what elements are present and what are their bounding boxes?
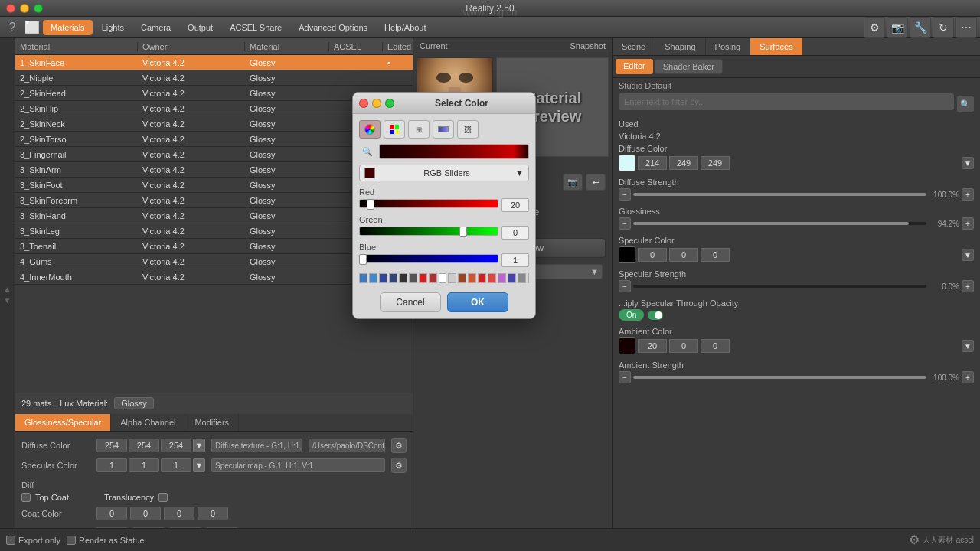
preview-back-btn[interactable]: ↩ <box>586 174 606 191</box>
dtab-swatches[interactable] <box>384 120 405 139</box>
color-swatch-item[interactable] <box>439 273 447 283</box>
color-swatch-wide[interactable] <box>528 273 529 283</box>
tab-scene[interactable]: Scene <box>612 38 655 55</box>
color-swatch-item[interactable] <box>488 273 496 283</box>
rsb-diffuse-g[interactable]: 249 <box>669 156 698 170</box>
specular-dropdown[interactable]: ▼ <box>193 458 205 472</box>
color-swatch-item[interactable] <box>478 273 486 283</box>
glossiness-minus[interactable]: − <box>619 217 631 230</box>
nav-down[interactable]: ▼ <box>4 296 11 305</box>
rsb-diffuse-r[interactable]: 214 <box>638 156 667 170</box>
dialog-win-controls[interactable] <box>359 99 394 108</box>
maximize-button[interactable] <box>34 4 43 13</box>
glossiness-slider[interactable] <box>633 222 926 225</box>
color-swatch-item[interactable] <box>498 273 506 283</box>
color-swatch-item[interactable] <box>458 273 466 283</box>
menu-output[interactable]: Output <box>180 20 220 35</box>
diffuse-dropdown[interactable]: ▼ <box>193 439 205 452</box>
rsb-ambient-expand[interactable]: ▼ <box>962 340 974 352</box>
menu-advanced-options[interactable]: Advanced Options <box>291 20 375 35</box>
rsb-specular-r[interactable]: 0 <box>638 248 667 262</box>
tab-glossiness[interactable]: Glossiness/Specular <box>15 414 111 431</box>
translucency-checkbox[interactable] <box>158 493 168 502</box>
rsb-specular-expand[interactable]: ▼ <box>962 249 974 261</box>
specular-strength-slider[interactable] <box>633 285 926 288</box>
rsb-specular-b[interactable]: 0 <box>701 248 730 262</box>
rsb-diffuse-swatch[interactable] <box>619 155 635 171</box>
minimize-button[interactable] <box>20 4 29 13</box>
rsb-diffuse-b[interactable]: 249 <box>701 156 730 170</box>
diffuse-g[interactable]: 254 <box>129 439 159 452</box>
table-row[interactable]: 1_SkinFace Victoria 4.2 Glossy • <box>15 55 413 70</box>
specular-g[interactable]: 1 <box>129 458 159 472</box>
close-button[interactable] <box>6 4 15 13</box>
tab-alpha[interactable]: Alpha Channel <box>111 414 185 431</box>
filter-search-icon[interactable]: 🔍 <box>957 96 974 112</box>
tab-shaping[interactable]: Shaping <box>655 38 705 55</box>
color-swatch-item[interactable] <box>508 273 516 283</box>
color-swatch-item[interactable] <box>389 273 397 283</box>
mode-dropdown[interactable]: RGB Sliders ▼ <box>359 165 529 181</box>
diffuse-strength-minus[interactable]: − <box>619 188 631 201</box>
menu-acsel-share[interactable]: ACSEL Share <box>222 20 289 35</box>
tool-camera2[interactable]: 📷 <box>887 17 908 38</box>
color-swatch-item[interactable] <box>359 273 368 283</box>
red-slider-track[interactable] <box>359 199 498 208</box>
tab-shader-baker[interactable]: Shader Baker <box>655 59 723 74</box>
coat-v0[interactable]: 0 <box>96 507 127 520</box>
diffuse-gear[interactable]: ⚙ <box>391 438 407 453</box>
color-swatch-item[interactable] <box>369 273 377 283</box>
ok-button[interactable]: OK <box>447 292 508 312</box>
color-swatch-item[interactable] <box>448 273 456 283</box>
red-value-input[interactable] <box>501 198 529 212</box>
coat-v1[interactable]: 0 <box>130 507 161 520</box>
ambient-strength-slider[interactable] <box>633 376 926 379</box>
rsb-ambient-r[interactable]: 20 <box>638 339 667 353</box>
dtab-palette[interactable]: ⊞ <box>408 120 430 139</box>
materials-icon[interactable]: ⬜ <box>23 18 41 37</box>
glossiness-plus[interactable]: + <box>962 217 974 230</box>
cancel-button[interactable]: Cancel <box>380 292 441 312</box>
tool-refresh[interactable]: ↻ <box>933 17 954 38</box>
dtab-gradient[interactable] <box>433 120 454 139</box>
help-icon[interactable]: ? <box>3 18 21 37</box>
nav-up[interactable]: ▲ <box>4 285 11 293</box>
dialog-min-btn[interactable] <box>372 99 381 108</box>
ambient-strength-minus[interactable]: − <box>619 371 631 383</box>
coat-v3[interactable]: 0 <box>198 507 228 520</box>
menu-camera[interactable]: Camera <box>133 20 178 35</box>
color-swatch-item[interactable] <box>379 273 387 283</box>
diffuse-texture-path[interactable]: /Users/paolo/DSContent/Victoria <box>309 439 385 452</box>
tab-surfaces[interactable]: Surfaces <box>750 38 802 55</box>
render-statue-checkbox[interactable] <box>67 536 76 545</box>
table-row[interactable]: 2_Nipple Victoria 4.2 Glossy <box>15 70 413 86</box>
specular-gear[interactable]: ⚙ <box>391 458 407 473</box>
color-swatch-item[interactable] <box>409 273 417 283</box>
diffuse-b[interactable]: 254 <box>161 439 191 452</box>
color-swatch-item[interactable] <box>429 273 437 283</box>
coat-v2[interactable]: 0 <box>164 507 194 520</box>
tab-editor[interactable]: Editor <box>616 59 653 74</box>
window-controls[interactable] <box>6 4 43 13</box>
rsb-specular-g[interactable]: 0 <box>669 248 698 262</box>
color-swatch-item[interactable] <box>399 273 407 283</box>
green-slider-track[interactable] <box>359 227 498 236</box>
diffuse-strength-slider[interactable] <box>633 193 926 196</box>
tool-render[interactable]: ⚙ <box>864 17 885 38</box>
color-swatch-item[interactable] <box>518 273 526 283</box>
specular-strength-minus[interactable]: − <box>619 280 631 292</box>
dtab-image[interactable]: 🖼 <box>457 120 479 139</box>
diffuse-strength-plus[interactable]: + <box>962 188 974 201</box>
color-swatch-item[interactable] <box>468 273 476 283</box>
export-only-checkbox[interactable] <box>6 536 15 545</box>
menu-lights[interactable]: Lights <box>94 20 132 35</box>
toggle-on-btn[interactable]: On <box>619 309 644 321</box>
tool-settings[interactable]: 🔧 <box>910 17 931 38</box>
menu-help-about[interactable]: Help/About <box>377 20 433 35</box>
tool-more[interactable]: ⋯ <box>956 17 977 38</box>
specular-r[interactable]: 1 <box>96 458 127 472</box>
dtab-color-wheel[interactable] <box>359 120 381 139</box>
green-value-input[interactable] <box>501 226 529 240</box>
blue-value-input[interactable] <box>501 253 529 267</box>
diffuse-r[interactable]: 254 <box>96 439 127 452</box>
